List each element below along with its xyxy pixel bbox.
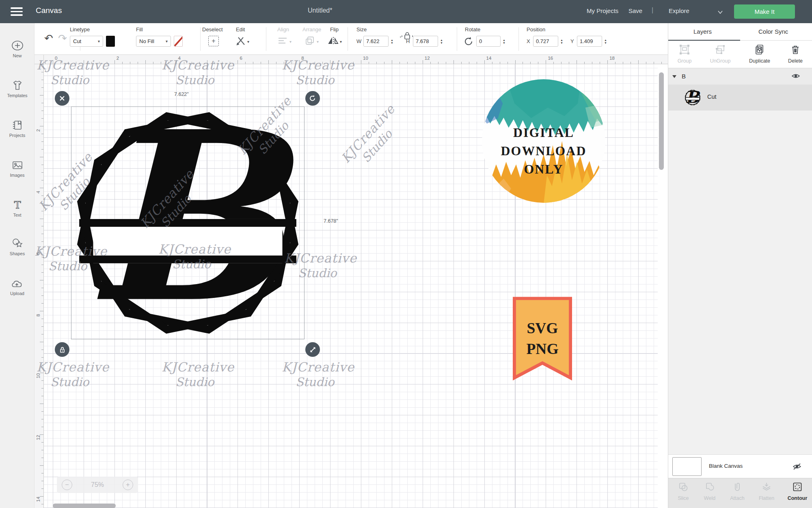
chevron-down-icon: ▾ xyxy=(289,39,292,44)
undo-icon[interactable]: ↶ xyxy=(44,32,53,45)
page-title: Canvas xyxy=(36,6,62,15)
chevron-down-icon[interactable]: ▾ xyxy=(247,39,249,44)
y-stepper[interactable]: ▲▼ xyxy=(603,36,609,47)
sidebar-item-templates[interactable]: Templates xyxy=(0,79,35,98)
ruler-tick xyxy=(184,62,184,64)
ruler-tick xyxy=(41,72,43,72)
edit-tools-icon[interactable] xyxy=(235,35,246,47)
zoom-out-button[interactable]: − xyxy=(62,480,72,490)
ruler-tick xyxy=(546,60,546,64)
height-input[interactable] xyxy=(413,36,438,47)
eye-off-icon[interactable] xyxy=(792,463,802,470)
tab-layers[interactable]: Layers xyxy=(693,28,712,35)
sidebar-item-new[interactable]: New xyxy=(0,39,35,58)
redo-icon[interactable]: ↷ xyxy=(58,32,67,45)
ruler-tick xyxy=(41,265,43,265)
ruler-tick xyxy=(41,203,43,204)
ruler-tick xyxy=(230,62,230,64)
collapse-triangle-icon[interactable] xyxy=(672,75,676,78)
sidebar-item-text[interactable]: T Text xyxy=(0,199,35,217)
y-position-input[interactable] xyxy=(577,36,602,47)
ruler-tick xyxy=(41,365,43,365)
badge-line-3: ONLY xyxy=(524,162,563,176)
attach-button[interactable]: Attach xyxy=(724,482,750,501)
digital-download-badge[interactable]: DIGITAL DOWNLOAD ONLY xyxy=(481,78,606,204)
selection-box[interactable] xyxy=(71,106,304,339)
height-stepper[interactable]: ▲▼ xyxy=(438,36,445,47)
zoom-in-button[interactable]: + xyxy=(123,480,133,490)
ruler-tick xyxy=(41,165,43,165)
delete-button[interactable]: Delete xyxy=(781,44,810,64)
ruler-tick xyxy=(646,62,646,64)
notebook-icon xyxy=(11,119,24,131)
explore-menu[interactable]: Explore xyxy=(669,7,689,14)
x-position-input[interactable] xyxy=(533,36,558,47)
ruler-tick xyxy=(661,62,662,64)
width-stepper[interactable]: ▲▼ xyxy=(389,36,395,47)
shapes-icon xyxy=(11,237,24,250)
zoom-control: − 75% + xyxy=(57,477,138,493)
x-stepper[interactable]: ▲▼ xyxy=(559,36,565,47)
ruler-tick xyxy=(569,62,569,64)
contour-button[interactable]: Contour xyxy=(784,482,810,501)
ruler-tick xyxy=(469,62,469,64)
rotate-input[interactable] xyxy=(476,36,501,47)
rotate-icon[interactable] xyxy=(464,37,474,46)
linetype-dropdown[interactable]: Cut▾ xyxy=(70,36,103,47)
vertical-scrollbar[interactable] xyxy=(659,72,664,170)
svg-png-flag[interactable]: SVG PNG xyxy=(512,296,572,382)
ungroup-button[interactable]: UnGroup xyxy=(706,44,734,64)
ruler-tick xyxy=(41,211,43,211)
edit-label: Edit xyxy=(236,26,245,33)
ruler-tick xyxy=(41,288,43,288)
rotate-stepper[interactable]: ▲▼ xyxy=(501,36,507,47)
ruler-tick xyxy=(41,458,43,458)
deselect-icon[interactable]: + xyxy=(208,36,219,46)
layer-group-row[interactable]: B xyxy=(668,68,812,85)
rotate-handle[interactable] xyxy=(305,91,320,106)
ruler-tick xyxy=(438,62,438,64)
ruler-tick xyxy=(430,62,431,64)
make-it-button[interactable]: Make It xyxy=(734,4,795,19)
design-canvas[interactable]: 024681012141618 2468101214 7.622" 7.678"… xyxy=(35,55,668,508)
layer-cut-row[interactable]: Cut xyxy=(668,85,812,111)
no-fill-swatch[interactable] xyxy=(174,36,183,47)
ruler-tick xyxy=(40,311,43,311)
ruler-tick xyxy=(261,62,261,64)
ruler-tick xyxy=(153,62,153,64)
chevron-down-icon[interactable] xyxy=(718,11,723,14)
linetype-label: Linetype xyxy=(70,26,90,33)
layer-operation-label: Cut xyxy=(707,93,717,100)
save-link[interactable]: Save xyxy=(628,7,642,14)
ruler-tick xyxy=(41,334,43,334)
sidebar-item-shapes[interactable]: Shapes xyxy=(0,237,35,256)
duplicate-button[interactable]: Duplicate xyxy=(745,44,774,64)
lock-handle[interactable] xyxy=(55,342,69,357)
group-button[interactable]: Group xyxy=(670,44,699,64)
chevron-down-icon[interactable]: ▾ xyxy=(340,39,342,44)
ruler-tick xyxy=(114,60,115,64)
sidebar-item-upload[interactable]: Upload xyxy=(0,277,35,296)
menu-icon[interactable] xyxy=(11,7,23,16)
sidebar-item-images[interactable]: Images xyxy=(0,159,35,178)
blank-canvas-row[interactable]: Blank Canvas xyxy=(668,454,812,478)
eye-icon[interactable] xyxy=(791,73,800,79)
resize-handle[interactable] xyxy=(305,342,320,357)
my-projects-link[interactable]: My Projects xyxy=(587,7,618,14)
width-input[interactable] xyxy=(363,36,389,47)
ruler-tick xyxy=(40,157,43,157)
linetype-color-swatch[interactable] xyxy=(106,36,115,47)
delete-handle[interactable] xyxy=(55,91,69,106)
flip-icon[interactable] xyxy=(328,35,339,47)
slice-button[interactable]: Slice xyxy=(670,482,696,501)
tab-color-sync[interactable]: Color Sync xyxy=(758,28,788,35)
blank-canvas-swatch[interactable] xyxy=(672,457,702,476)
flatten-button[interactable]: Flatten xyxy=(754,482,780,501)
fill-dropdown[interactable]: No Fill▾ xyxy=(136,36,171,47)
weld-button[interactable]: Weld xyxy=(697,482,723,501)
ruler-tick xyxy=(322,62,323,64)
horizontal-scrollbar[interactable] xyxy=(53,504,116,508)
arrange-icon xyxy=(304,35,315,46)
sidebar-item-projects[interactable]: Projects xyxy=(0,119,35,138)
ruler-tick xyxy=(41,473,43,473)
